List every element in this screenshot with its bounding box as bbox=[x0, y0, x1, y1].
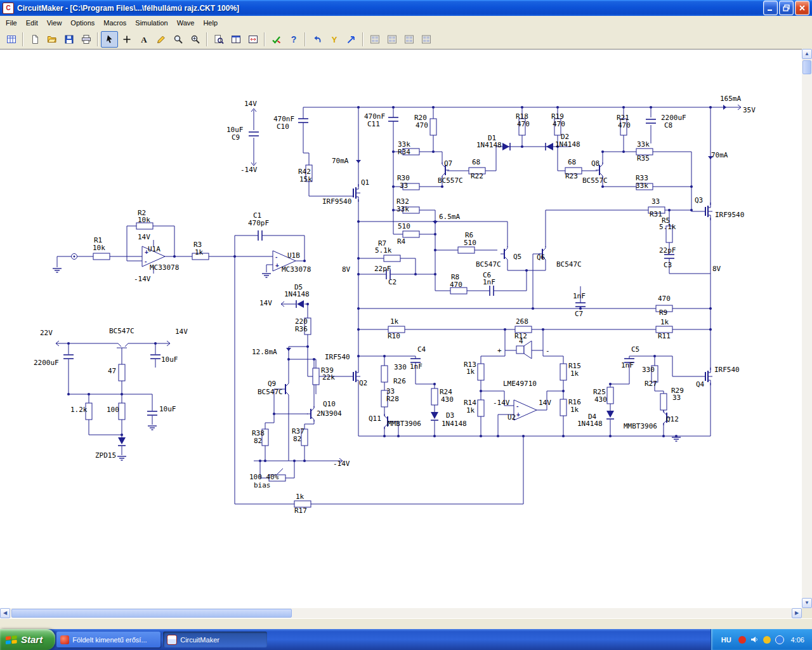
component-label[interactable]: R35 bbox=[637, 154, 650, 162]
component-label[interactable]: C3 bbox=[664, 261, 672, 269]
component-label[interactable]: 22k bbox=[322, 373, 335, 381]
scroll-down-button[interactable]: ▼ bbox=[802, 598, 812, 608]
component-label[interactable]: 470 bbox=[517, 120, 530, 128]
help-button[interactable]: ? bbox=[285, 31, 302, 48]
menu-item-simulation[interactable]: Simulation bbox=[131, 17, 172, 29]
component-label[interactable]: Q11 bbox=[369, 415, 381, 423]
component-label[interactable]: 2200uF bbox=[34, 359, 59, 367]
component-label[interactable]: + bbox=[497, 347, 502, 355]
component-label[interactable]: C9 bbox=[232, 133, 240, 142]
component-label[interactable]: 1N4148 bbox=[555, 140, 580, 149]
component-label[interactable]: R34 bbox=[398, 148, 410, 156]
component-label[interactable]: BC547C bbox=[556, 260, 582, 269]
component-label[interactable]: 1N4148 bbox=[284, 290, 310, 298]
restore-button[interactable] bbox=[779, 1, 794, 15]
place-wire-button[interactable] bbox=[118, 31, 135, 48]
component-label[interactable]: C4 bbox=[417, 345, 426, 354]
component-label[interactable]: Q7 bbox=[444, 159, 452, 168]
component-label[interactable]: R10 bbox=[388, 332, 400, 340]
component-label[interactable]: Q3 bbox=[695, 196, 703, 204]
resistor-symbol[interactable] bbox=[313, 368, 319, 385]
component-label[interactable]: 470 bbox=[416, 121, 428, 129]
component-label[interactable]: -14V bbox=[333, 460, 350, 468]
scope-3-button[interactable] bbox=[400, 31, 417, 48]
component-label[interactable]: Q10 bbox=[323, 400, 336, 408]
component-label[interactable]: 35V bbox=[743, 106, 756, 114]
component-label[interactable]: 22pF bbox=[659, 246, 676, 255]
component-label[interactable]: IRF540 bbox=[325, 353, 350, 361]
component-label[interactable]: 10k bbox=[93, 244, 105, 252]
component-label[interactable]: 5.1k bbox=[375, 246, 392, 255]
component-label[interactable]: R17 bbox=[294, 507, 307, 515]
component-label[interactable]: bias bbox=[254, 481, 271, 489]
diode-symbol[interactable] bbox=[297, 300, 304, 308]
resistor-symbol[interactable] bbox=[381, 366, 388, 382]
component-label[interactable]: 165mA bbox=[720, 95, 741, 103]
component-label[interactable]: R9 bbox=[659, 308, 667, 317]
component-label[interactable]: 100 40% bbox=[249, 473, 279, 481]
scope-4-button[interactable] bbox=[417, 31, 435, 48]
component-label[interactable]: R11 bbox=[658, 332, 671, 340]
diode-symbol[interactable] bbox=[431, 412, 438, 419]
component-label[interactable]: 14V bbox=[259, 299, 272, 307]
component-label[interactable]: 1.2k bbox=[70, 406, 88, 414]
component-label[interactable]: C8 bbox=[664, 121, 672, 129]
resistor-symbol[interactable] bbox=[119, 403, 125, 420]
resistor-symbol[interactable] bbox=[478, 400, 484, 416]
start-button[interactable]: Start bbox=[0, 629, 55, 650]
undo-button[interactable] bbox=[308, 31, 325, 48]
component-label[interactable]: -14V bbox=[134, 275, 151, 283]
diode-symbol[interactable] bbox=[606, 411, 614, 418]
component-label[interactable]: 10uF bbox=[159, 405, 176, 413]
component-label[interactable]: -14V bbox=[493, 399, 510, 407]
component-label[interactable]: 33k bbox=[637, 140, 650, 149]
save-button[interactable] bbox=[60, 31, 77, 48]
component-label[interactable]: 100 bbox=[107, 406, 119, 414]
component-label[interactable]: 14V bbox=[138, 233, 150, 241]
component-label[interactable]: 22V bbox=[40, 329, 53, 337]
open-file-button[interactable] bbox=[43, 31, 60, 48]
scope-2-button[interactable] bbox=[383, 31, 400, 48]
fit-view-button[interactable] bbox=[244, 31, 261, 48]
component-label[interactable]: 33k bbox=[396, 205, 409, 213]
edit-pencil-button[interactable] bbox=[152, 31, 169, 48]
component-label[interactable]: 1k bbox=[466, 406, 475, 415]
split-window-button[interactable] bbox=[227, 31, 244, 48]
component-label[interactable]: 82 bbox=[293, 435, 301, 443]
component-label[interactable]: 470 bbox=[553, 120, 565, 128]
diode-symbol[interactable] bbox=[118, 437, 126, 444]
report-button[interactable] bbox=[3, 31, 20, 48]
component-label[interactable]: 1nF bbox=[621, 361, 634, 369]
component-label[interactable]: 330 bbox=[642, 366, 655, 374]
component-label[interactable]: D3 bbox=[446, 411, 454, 420]
page-zoom-button[interactable] bbox=[210, 31, 227, 48]
component-label[interactable]: 1k bbox=[466, 368, 475, 376]
h-scroll-thumb[interactable] bbox=[11, 609, 292, 618]
component-label[interactable]: 68 bbox=[568, 158, 576, 166]
component-label[interactable]: 510 bbox=[464, 239, 476, 247]
select-arrow-button[interactable] bbox=[101, 31, 118, 48]
component-label[interactable]: 47 bbox=[108, 367, 116, 375]
component-label[interactable]: 68 bbox=[472, 158, 480, 166]
component-label[interactable]: R31 bbox=[650, 210, 662, 218]
component-label[interactable]: Q6 bbox=[537, 253, 545, 262]
component-label[interactable]: C2 bbox=[388, 278, 396, 286]
volume-icon[interactable] bbox=[750, 635, 759, 644]
component-label[interactable]: 1nF bbox=[483, 278, 495, 286]
v-scroll-thumb[interactable] bbox=[802, 60, 811, 74]
component-label[interactable]: 33k bbox=[636, 182, 648, 190]
component-label[interactable]: 22pF bbox=[374, 265, 391, 273]
diode-symbol[interactable] bbox=[546, 143, 553, 150]
component-label[interactable]: 510 bbox=[398, 222, 410, 230]
component-label[interactable]: R23 bbox=[565, 172, 578, 180]
component-label[interactable]: 430 bbox=[441, 395, 454, 404]
component-label[interactable]: Q12 bbox=[666, 415, 679, 423]
component-label[interactable]: 1k bbox=[390, 317, 399, 326]
probe-magnifier-button[interactable] bbox=[169, 31, 187, 48]
resistor-symbol[interactable] bbox=[560, 364, 566, 380]
component-label[interactable]: Q2 bbox=[359, 379, 367, 387]
component-label[interactable]: 33 bbox=[652, 197, 660, 206]
component-label[interactable]: 268 bbox=[516, 317, 528, 326]
resistor-symbol[interactable] bbox=[430, 119, 436, 135]
component-label[interactable]: MMBT3906 bbox=[388, 420, 421, 428]
